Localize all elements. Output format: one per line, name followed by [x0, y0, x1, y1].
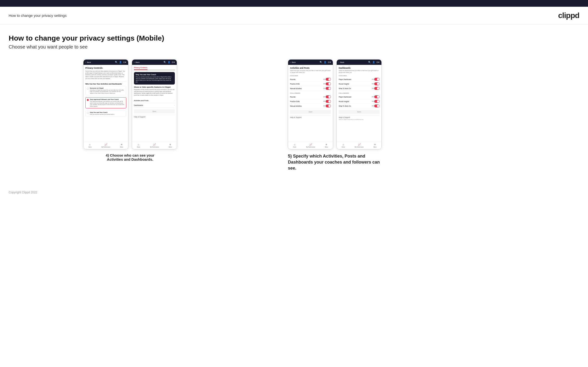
header: How to change your privacy settings clip… [0, 7, 588, 25]
back-label-2: Back [136, 61, 140, 63]
popup-title: Only You and Your Coach [136, 74, 173, 75]
nav-menu-4[interactable]: ≡ Menu [373, 143, 377, 148]
profile-icon-2[interactable]: 👤 [168, 61, 170, 63]
round-insights-followers-toggle[interactable] [374, 100, 380, 103]
what-to-work-coaches-on: ON [372, 88, 374, 89]
player-dashboard-coaches-toggle[interactable] [374, 78, 380, 81]
performance-label-1: My Performance [102, 146, 110, 148]
toggle-round-insights-coaches[interactable]: Round Insights ON [339, 82, 380, 86]
practice-followers-toggle[interactable] [326, 100, 331, 103]
radio-only-you[interactable]: Only You and Your Coach Only you and the… [85, 110, 126, 117]
home-icon-1: ⌂ [89, 143, 91, 146]
rounds-followers-toggle[interactable] [326, 95, 331, 98]
phone-mockup-2: ‹ Back 🔍 👤 ⊙▾ Privacy Controls [132, 59, 177, 149]
chevron-activities-icon: › [174, 100, 175, 102]
what-to-work-followers-group: ON [372, 104, 380, 107]
more-icon-4[interactable]: ⊙▾ [376, 61, 380, 63]
nav-menu-2[interactable]: ≡ Menu [169, 143, 172, 148]
rounds-followers-on-text: ON [323, 96, 325, 98]
phone-3-header: ‹ Back 🔍 👤 ⊙▾ [288, 59, 333, 65]
nav-menu-3[interactable]: ≡ Menu [325, 143, 328, 148]
show-hide-title: Show or hide specific features in Clippd [134, 86, 175, 88]
practice-followers-label: Practice Drills [290, 101, 300, 102]
round-insights-coaches-label: Round Insights [339, 83, 349, 85]
player-dashboard-followers-toggle[interactable] [374, 95, 380, 98]
menu-label-4: Menu [373, 146, 377, 148]
toggle-what-to-work-coaches[interactable]: What To Work On ON [339, 86, 380, 91]
practice-coaches-toggle[interactable] [326, 82, 331, 85]
radio-label-approved: Only Approved Followers and Your Coach [90, 99, 125, 100]
home-icon-2: ⌂ [138, 143, 139, 146]
what-to-work-followers-toggle[interactable] [374, 104, 380, 107]
back-chevron-icon-3: ‹ [290, 61, 291, 63]
radio-circle-everyone [87, 88, 89, 90]
radio-approved[interactable]: Only Approved Followers and Your Coach O… [85, 97, 126, 108]
save-button-4[interactable]: Save [339, 110, 380, 114]
profile-icon-1[interactable]: 👤 [119, 61, 122, 63]
toggle-rounds-followers[interactable]: Rounds ON [290, 95, 331, 99]
phone-4-back[interactable]: ‹ Back [339, 61, 344, 63]
back-label-3: Back [292, 61, 296, 63]
back-chevron-icon: ‹ [85, 61, 86, 63]
toggle-manual-coaches[interactable]: Manual Activities ON [290, 86, 331, 91]
profile-icon-4[interactable]: 👤 [372, 61, 375, 63]
home-label-1: Home [88, 146, 91, 148]
more-icon-1[interactable]: ⊙▾ [123, 61, 126, 63]
nav-home-2[interactable]: ⌂ Home [137, 143, 140, 148]
manual-coaches-toggle[interactable] [326, 87, 331, 90]
phone-3-back[interactable]: ‹ Back [290, 61, 295, 63]
radio-label-everyone: Everyone on Clippd [90, 87, 125, 89]
nav-performance-4[interactable]: 📈 My Performance [355, 143, 364, 148]
menu-row-activities[interactable]: Activities and Posts › [134, 98, 175, 103]
nav-home-4[interactable]: ⌂ Home [342, 143, 345, 148]
nav-home-3[interactable]: ⌂ Home [293, 143, 296, 148]
search-icon-4[interactable]: 🔍 [368, 61, 371, 63]
privacy-tab-label[interactable]: Privacy Controls [134, 67, 147, 70]
save-button-2[interactable]: Save [134, 109, 175, 113]
toggle-manual-followers[interactable]: Manual Activities ON [290, 104, 331, 108]
activities-desc: Select the types of activity that you'd … [290, 70, 331, 74]
phone-1-back[interactable]: ‹ Back [85, 61, 91, 63]
save-button-3[interactable]: Save [290, 110, 331, 114]
toggle-practice-followers[interactable]: Practice Drills ON [290, 99, 331, 104]
toggle-player-dashboard-followers[interactable]: Player Dashboard ON [339, 95, 380, 99]
manual-followers-on-text: ON [323, 105, 325, 107]
help-support-2: Help & Support [134, 115, 175, 119]
more-icon-3[interactable]: ⊙▾ [328, 61, 331, 63]
radio-everyone[interactable]: Everyone on Clippd Everyone on Clippd ca… [85, 86, 126, 96]
dashboards-desc: Select the dashboards that you'd like to… [339, 70, 380, 74]
toggle-round-insights-followers[interactable]: Round Insights ON [339, 99, 380, 104]
nav-menu-1[interactable]: ≡ Menu [120, 143, 123, 148]
toggle-what-to-work-followers[interactable]: What To Work On ON [339, 104, 380, 108]
phone-4-header: ‹ Back 🔍 👤 ⊙▾ [337, 59, 381, 65]
nav-performance-3[interactable]: 📈 My Performance [306, 143, 315, 148]
search-icon-2[interactable]: 🔍 [164, 61, 166, 63]
menu-row-dashboards[interactable]: Dashboards › [134, 103, 175, 108]
nav-home-1[interactable]: ⌂ Home [88, 143, 91, 148]
toggle-practice-coaches[interactable]: Practice Drills ON [290, 82, 331, 86]
nav-performance-1[interactable]: 📈 My Performance [102, 143, 110, 148]
player-dashboard-coaches-group: ON [372, 78, 380, 81]
phone-2-back[interactable]: ‹ Back [134, 61, 139, 63]
performance-icon-4: 📈 [358, 143, 361, 146]
followers-label-3: FOLLOWERS [290, 92, 331, 94]
page-subtitle: Choose what you want people to see [9, 44, 579, 50]
manual-followers-toggle[interactable] [326, 104, 331, 107]
rounds-coaches-toggle[interactable] [326, 78, 331, 81]
activities-title: Activities and Posts [290, 67, 331, 69]
search-icon-3[interactable]: 🔍 [320, 61, 322, 63]
what-to-work-coaches-group: ON [372, 87, 380, 90]
nav-performance-2[interactable]: 📈 My Performance [150, 143, 159, 148]
profile-icon-3[interactable]: 👤 [324, 61, 326, 63]
search-icon-1[interactable]: 🔍 [115, 61, 118, 63]
phone-1-section-title: Privacy Controls [85, 67, 126, 69]
what-to-work-coaches-toggle[interactable] [374, 87, 380, 90]
phone-mockup-4: ‹ Back 🔍 👤 ⊙▾ Dashboards Select the dash… [337, 59, 382, 149]
toggle-rounds-coaches[interactable]: Rounds ON [290, 77, 331, 82]
toggle-player-dashboard-coaches[interactable]: Player Dashboard ON [339, 77, 380, 82]
performance-label-2: My Performance [150, 146, 159, 148]
menu-label-3: Menu [325, 146, 328, 148]
menu-icon-1: ≡ [121, 143, 122, 146]
more-icon-2[interactable]: ⊙▾ [172, 61, 175, 63]
round-insights-coaches-toggle[interactable] [374, 82, 380, 85]
